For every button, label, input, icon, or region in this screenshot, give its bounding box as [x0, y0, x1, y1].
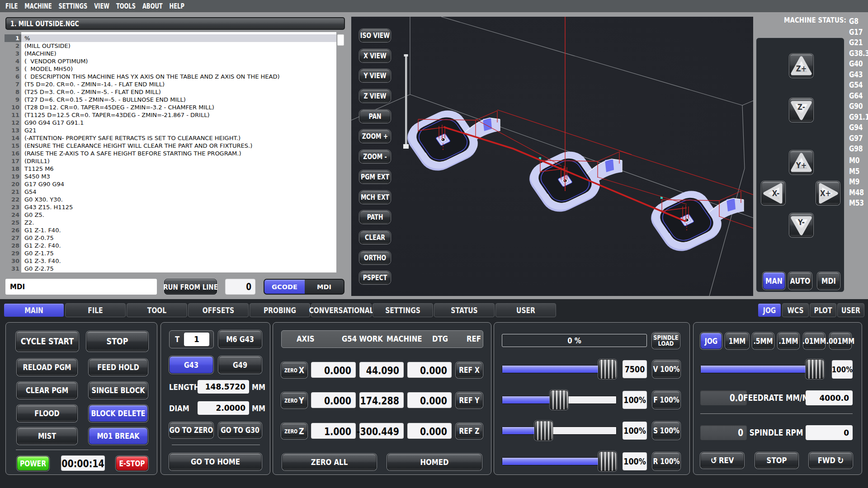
menu-item[interactable]: MACHINE	[24, 2, 52, 10]
jog-x-plus-button[interactable]: X+	[816, 181, 840, 205]
mist-button[interactable]: MIST	[17, 427, 77, 445]
view3d-button[interactable]: Y VIEW	[359, 69, 391, 82]
override-slider-track[interactable]	[502, 427, 617, 435]
menu-item[interactable]: SETTINGS	[59, 2, 88, 10]
diam-input[interactable]	[198, 401, 249, 415]
go-to-home-button[interactable]: GO TO HOME	[169, 453, 262, 470]
menu-item[interactable]: VIEW	[94, 2, 109, 10]
g49-button[interactable]: G49	[218, 356, 262, 374]
zero-axis-button[interactable]: ZEROX	[281, 362, 307, 378]
tab-user[interactable]: USER	[495, 303, 556, 317]
override-slider-handle[interactable]	[550, 390, 568, 410]
tab-offsets[interactable]: OFFSETS	[188, 303, 249, 317]
power-button[interactable]: POWER	[17, 456, 49, 471]
block-delete-button[interactable]: BLOCK DELETE	[89, 405, 148, 422]
view3d-button[interactable]: PATH	[359, 211, 391, 224]
backplot-3d-view[interactable]: ISO VIEW X VIEW Y VIEW Z VIEW PAN ZOOM +…	[351, 17, 753, 296]
gcode-tab-button[interactable]: GCODE	[264, 280, 305, 294]
spindle-fwd-button[interactable]: FWD↻	[809, 452, 853, 469]
tab-conversational[interactable]: CONVERSATIONAL	[311, 303, 372, 317]
override-slider-handle[interactable]	[598, 359, 617, 379]
g43-button[interactable]: G43	[169, 356, 213, 374]
jog-increment-button[interactable]: JOG	[700, 333, 722, 349]
side-tab-wcs[interactable]: WCS	[782, 303, 809, 317]
jog-increment-button[interactable]: .5MM	[752, 333, 774, 349]
spindle-rpm-input[interactable]	[806, 425, 853, 440]
mdi-input[interactable]	[5, 279, 157, 295]
override-label-button[interactable]: V 100%	[652, 360, 680, 378]
override-label-button[interactable]: F 100%	[652, 391, 680, 409]
single-block-button[interactable]: SINGLE BLOCK	[89, 382, 148, 399]
menu-item[interactable]: ABOUT	[142, 2, 163, 10]
tab-settings[interactable]: SETTINGS	[373, 303, 433, 317]
menu-item[interactable]: HELP	[170, 2, 184, 10]
go-to-zero-button[interactable]: GO TO ZERO	[169, 422, 213, 438]
zero-axis-button[interactable]: ZEROZ	[281, 423, 307, 439]
spindle-rev-button[interactable]: ↺REV	[700, 452, 744, 469]
override-slider-handle[interactable]	[534, 421, 553, 441]
view3d-button[interactable]: PSPECT	[359, 271, 391, 284]
ref-axis-button[interactable]: REF Y	[456, 392, 483, 408]
menu-item[interactable]: TOOLS	[116, 2, 136, 10]
m6-g43-button[interactable]: M6 G43	[218, 330, 262, 348]
clear-pgm-button[interactable]: CLEAR PGM	[17, 382, 77, 399]
jog-y-minus-button[interactable]: Y-	[789, 213, 813, 237]
jog-increment-button[interactable]: .01MM	[803, 333, 825, 349]
mode-mdi-button[interactable]: MDI	[817, 272, 840, 290]
ref-axis-button[interactable]: REF Z	[456, 423, 483, 439]
tab-probing[interactable]: PROBING	[250, 303, 310, 317]
view3d-button[interactable]: CLEAR	[359, 231, 391, 244]
homed-button[interactable]: HOMED	[387, 454, 482, 470]
reload-pgm-button[interactable]: RELOAD PGM	[17, 359, 77, 376]
jog-increment-button[interactable]: .1MM	[778, 333, 799, 349]
side-tab-plot[interactable]: PLOT	[810, 303, 836, 317]
go-to-g30-button[interactable]: GO TO G30	[218, 422, 262, 438]
editor-scrollbar-handle[interactable]	[337, 34, 344, 46]
jog-x-minus-button[interactable]: X-	[761, 181, 785, 205]
zero-all-button[interactable]: ZERO ALL	[282, 454, 377, 470]
override-label-button[interactable]: S 100%	[652, 422, 680, 440]
view3d-button[interactable]: ZOOM +	[359, 130, 391, 143]
tab-tool[interactable]: TOOL	[127, 303, 187, 317]
view3d-button[interactable]: MCH EXT	[359, 191, 391, 204]
run-from-line-field[interactable]: 0	[225, 279, 255, 295]
m01-break-button[interactable]: M01 BREAK	[89, 427, 148, 445]
mode-man-button[interactable]: MAN	[763, 272, 785, 290]
cycle-start-button[interactable]: CYCLE START	[16, 331, 79, 352]
jog-z-minus-button[interactable]: Z-	[789, 98, 813, 122]
spindle-stop-button[interactable]: STOP	[755, 452, 798, 469]
menu-item[interactable]: FILE	[5, 2, 18, 10]
view3d-button[interactable]: X VIEW	[359, 49, 391, 62]
gcode-editor[interactable]: 1 % 2 (MILL OUTSIDE) 3 (MACHINE) 4 ( VEN…	[5, 32, 344, 272]
length-input[interactable]	[198, 380, 249, 394]
program-title-bar[interactable]: 1. MILL OUTSIDE.NGC	[5, 17, 345, 30]
override-label-button[interactable]: R 100%	[652, 452, 680, 470]
view3d-button[interactable]: PAN	[359, 110, 391, 123]
view3d-button[interactable]: Z VIEW	[359, 89, 391, 103]
jog-speed-handle[interactable]	[806, 359, 824, 379]
mdi-tab-button[interactable]: MDI	[305, 280, 344, 294]
jog-increment-button[interactable]: .001MM	[830, 333, 851, 349]
run-from-line-button[interactable]: RUN FROM LINE	[164, 279, 217, 295]
override-slider-handle[interactable]	[598, 451, 617, 471]
side-tab-user[interactable]: USER	[837, 303, 864, 317]
estop-button[interactable]: E-STOP	[116, 456, 148, 471]
zero-axis-button[interactable]: ZEROY	[281, 392, 307, 408]
flood-button[interactable]: FLOOD	[17, 405, 77, 422]
view3d-button[interactable]: ZOOM -	[359, 150, 391, 163]
jog-z-plus-button[interactable]: Z+	[789, 54, 813, 78]
view3d-button[interactable]: PGM EXT	[359, 170, 391, 183]
tab-main[interactable]: MAIN	[4, 303, 64, 317]
mode-auto-button[interactable]: AUTO	[788, 272, 812, 290]
tab-status[interactable]: STATUS	[434, 303, 495, 317]
view3d-button[interactable]: ISO VIEW	[359, 29, 391, 42]
tool-number-input[interactable]	[184, 333, 209, 346]
stop-button[interactable]: STOP	[86, 331, 148, 352]
feed-hold-button[interactable]: FEED HOLD	[89, 359, 148, 376]
side-tab-jog[interactable]: JOG	[758, 303, 781, 317]
tab-file[interactable]: FILE	[65, 303, 126, 317]
jog-increment-button[interactable]: 1MM	[725, 333, 749, 349]
jog-y-plus-button[interactable]: Y+	[789, 150, 813, 174]
view3d-button[interactable]: ORTHO	[359, 251, 391, 264]
ref-axis-button[interactable]: REF X	[456, 362, 483, 378]
